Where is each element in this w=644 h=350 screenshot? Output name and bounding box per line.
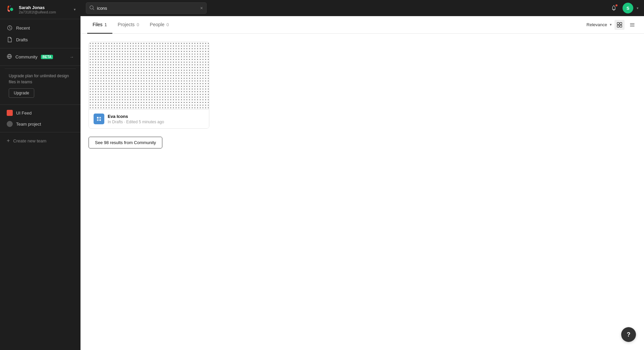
plus-icon: +: [7, 138, 10, 144]
upgrade-button[interactable]: Upgrade: [9, 88, 34, 98]
app-logo: [5, 4, 15, 15]
search-clear-button[interactable]: ×: [200, 5, 203, 11]
tab-people[interactable]: People 0: [145, 16, 174, 34]
topbar-right: S ▾: [608, 3, 639, 13]
file-icon: [7, 37, 13, 43]
team-project-label: Team project: [16, 122, 41, 127]
sidebar-item-community[interactable]: Community Beta →: [2, 51, 78, 63]
ui-feed-color-dot: [7, 110, 13, 116]
file-details: Eva Icons In Drafts · Edited 5 minutes a…: [108, 114, 204, 124]
search-box: ×: [86, 2, 207, 14]
sidebar-header[interactable]: Sarah Jonas 2a73181f@uifeed.com ▾: [0, 0, 80, 19]
svg-rect-8: [97, 117, 99, 119]
grid-view-button[interactable]: [614, 20, 625, 30]
svg-rect-5: [620, 23, 622, 25]
tab-files-label: Files: [93, 22, 103, 27]
svg-point-3: [90, 6, 93, 9]
list-view-button[interactable]: [627, 20, 637, 30]
community-results-button[interactable]: See 98 results from Community: [89, 137, 162, 148]
ui-feed-label: UI Feed: [16, 111, 32, 116]
results-body: Eva Icons In Drafts · Edited 5 minutes a…: [80, 34, 644, 157]
upgrade-text: Upgrade plan for unlimited design files …: [9, 73, 72, 85]
avatar-chevron-icon[interactable]: ▾: [637, 6, 639, 10]
sidebar-item-ui-feed[interactable]: UI Feed: [2, 107, 78, 118]
svg-rect-7: [620, 25, 622, 27]
file-type-icon: [94, 114, 104, 124]
tab-files[interactable]: Files 1: [87, 16, 112, 34]
file-meta: In Drafts · Edited 5 minutes ago: [108, 120, 204, 124]
sidebar-user-info: Sarah Jonas 2a73181f@uifeed.com: [19, 5, 70, 14]
create-new-team[interactable]: + Create new team: [2, 135, 78, 146]
svg-rect-9: [99, 117, 101, 119]
upgrade-box: Upgrade plan for unlimited design files …: [5, 69, 76, 102]
tab-people-count: 0: [166, 22, 169, 27]
team-section: UI Feed Team project: [0, 107, 80, 129]
file-info: Eva Icons In Drafts · Edited 5 minutes a…: [89, 109, 209, 128]
sidebar-user-email: 2a73181f@uifeed.com: [19, 10, 70, 14]
sidebar-user-name: Sarah Jonas: [19, 5, 70, 10]
sidebar: Sarah Jonas 2a73181f@uifeed.com ▾ Recent: [0, 0, 80, 350]
file-card[interactable]: Eva Icons In Drafts · Edited 5 minutes a…: [89, 42, 209, 129]
community-arrow-icon: →: [69, 54, 74, 59]
recent-label: Recent: [16, 26, 30, 31]
tab-people-label: People: [150, 22, 165, 27]
content-area: Files 1 Projects 0 People 0 Relevance ▾: [80, 16, 644, 350]
sidebar-header-chevron: ▾: [74, 7, 76, 12]
sidebar-item-drafts[interactable]: Drafts: [2, 34, 78, 45]
team-project-color-dot: [7, 121, 13, 127]
tab-projects[interactable]: Projects 0: [112, 16, 145, 34]
svg-point-11: [99, 119, 101, 121]
dots-pattern: [89, 42, 209, 109]
sidebar-nav: Recent Drafts Community Beta →: [0, 19, 80, 149]
globe-icon: [7, 54, 12, 60]
user-avatar-button[interactable]: S: [623, 3, 633, 13]
file-name: Eva Icons: [108, 114, 204, 119]
svg-rect-4: [617, 23, 619, 25]
topbar: × S ▾: [80, 0, 644, 16]
tab-projects-label: Projects: [118, 22, 135, 27]
svg-rect-6: [617, 25, 619, 27]
notifications-button[interactable]: [608, 3, 619, 13]
main-content: × S ▾ Files 1 Projects: [80, 0, 644, 350]
sidebar-item-team-project[interactable]: Team project: [2, 119, 78, 129]
tab-projects-count: 0: [137, 22, 139, 27]
search-input[interactable]: [97, 6, 198, 11]
create-team-label: Create new team: [13, 138, 46, 143]
sort-chevron-icon[interactable]: ▾: [610, 23, 612, 27]
drafts-label: Drafts: [16, 37, 28, 42]
sort-area: Relevance ▾: [587, 20, 637, 30]
help-button[interactable]: ?: [621, 327, 636, 342]
community-label: Community: [15, 54, 38, 59]
results-tabs: Files 1 Projects 0 People 0 Relevance ▾: [80, 16, 644, 34]
svg-rect-10: [97, 119, 99, 121]
community-beta-badge: Beta: [41, 55, 53, 59]
tab-files-count: 1: [105, 22, 107, 27]
file-thumbnail: [89, 42, 209, 109]
sidebar-item-recent[interactable]: Recent: [2, 22, 78, 34]
notification-dot: [615, 4, 618, 7]
sort-label: Relevance: [587, 22, 607, 27]
clock-icon: [7, 25, 13, 31]
search-icon: [90, 5, 94, 11]
